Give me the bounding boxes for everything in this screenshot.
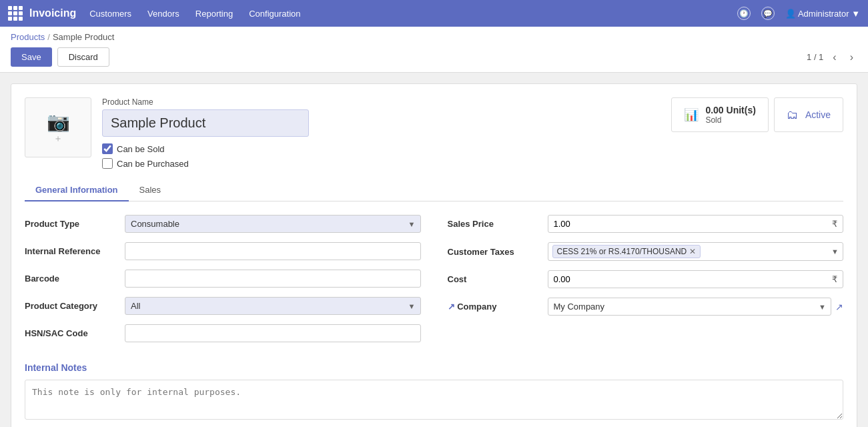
breadcrumb-separator: / — [47, 32, 50, 42]
pagination-prev[interactable]: ‹ — [829, 50, 840, 65]
cost-label: Cost — [448, 274, 541, 284]
grid-icon — [8, 6, 23, 21]
nav-customers[interactable]: Customers — [89, 6, 131, 21]
sales-price-input-wrapper: ₹ — [548, 215, 844, 233]
product-name-label: Product Name — [102, 97, 661, 107]
hsn-sac-row: HSN/SAC Code — [25, 324, 421, 342]
product-category-select[interactable]: All — [125, 297, 421, 315]
toolbar-pagination: 1 / 1 ‹ › — [807, 50, 857, 65]
can-be-purchased-checkbox[interactable]: Can be Purchased — [102, 158, 661, 169]
app-brand[interactable]: Invoicing — [8, 6, 76, 21]
units-sold-badge[interactable]: 📊 0.00 Unit(s) Sold — [671, 97, 768, 132]
tab-general-information[interactable]: General Information — [25, 179, 129, 201]
user-menu[interactable]: 👤 Administrator ▼ — [785, 9, 860, 19]
active-icon: 🗂 — [787, 108, 799, 122]
product-checkboxes: Can be Sold Can be Purchased — [102, 143, 661, 169]
hsn-sac-label: HSN/SAC Code — [25, 328, 118, 338]
internal-notes-section: Internal Notes — [25, 362, 843, 422]
discard-button[interactable]: Discard — [57, 47, 109, 67]
customer-taxes-row: Customer Taxes CESS 21% or RS.4170/THOUS… — [448, 242, 844, 261]
clock-icon[interactable]: 🕐 — [737, 7, 751, 20]
internal-reference-row: Internal Reference — [25, 242, 421, 260]
product-category-label: Product Category — [25, 301, 118, 311]
sales-price-label: Sales Price — [448, 219, 541, 229]
chart-icon: 📊 — [684, 107, 699, 122]
chat-icon[interactable]: 💬 — [761, 7, 775, 20]
hsn-sac-input[interactable] — [125, 324, 421, 342]
navbar-right: 🕐 💬 👤 Administrator ▼ — [737, 7, 860, 20]
sales-price-input[interactable] — [548, 216, 827, 232]
barcode-input[interactable] — [125, 270, 421, 288]
product-image[interactable]: 📷 ＋ — [25, 97, 91, 157]
customer-taxes-wrapper[interactable]: CESS 21% or RS.4170/THOUSAND ✕ ▼ — [548, 242, 844, 261]
sales-price-row: Sales Price ₹ — [448, 215, 844, 233]
internal-notes-title: Internal Notes — [25, 362, 843, 373]
breadcrumb-parent[interactable]: Products — [11, 32, 45, 42]
product-type-select[interactable]: Consumable Storable Product Service — [125, 215, 421, 233]
save-button[interactable]: Save — [11, 47, 52, 67]
product-type-label: Product Type — [25, 219, 118, 229]
tax-tag: CESS 21% or RS.4170/THOUSAND ✕ — [552, 245, 701, 258]
company-external-link-icon[interactable]: ↗ — [835, 302, 843, 312]
internal-reference-input[interactable] — [125, 242, 421, 260]
customer-taxes-label: Customer Taxes — [448, 247, 541, 257]
company-wrapper: My Company ▼ ↗ — [548, 298, 844, 316]
tax-tag-close[interactable]: ✕ — [689, 247, 696, 256]
nav-configuration[interactable]: Configuration — [249, 6, 300, 21]
main-content: 📷 ＋ Product Name Can be Sold Can be Purc… — [0, 73, 868, 427]
cost-currency: ₹ — [827, 274, 843, 284]
barcode-label: Barcode — [25, 274, 118, 284]
tab-sales[interactable]: Sales — [129, 179, 172, 201]
product-type-select-wrapper: Consumable Storable Product Service ▼ — [125, 215, 421, 233]
camera-icon: 📷 ＋ — [47, 111, 70, 145]
pagination-next[interactable]: › — [846, 50, 857, 65]
product-category-row: Product Category All ▼ — [25, 297, 421, 315]
navbar: Invoicing Customers Vendors Reporting Co… — [0, 0, 868, 27]
form-left-section: Product Type Consumable Storable Product… — [25, 215, 421, 342]
nav-vendors[interactable]: Vendors — [147, 6, 179, 21]
toolbar-area: Products / Sample Product Save Discard 1… — [0, 27, 868, 73]
cost-input[interactable] — [548, 271, 827, 288]
active-badge[interactable]: 🗂 Active — [774, 97, 843, 132]
barcode-row: Barcode — [25, 270, 421, 288]
company-external-link-icon[interactable]: ↗ — [448, 302, 455, 312]
company-label: ↗ Company — [448, 302, 541, 312]
product-header: 📷 ＋ Product Name Can be Sold Can be Purc… — [25, 97, 843, 169]
app-name: Invoicing — [29, 7, 76, 19]
taxes-dropdown-icon[interactable]: ▼ — [831, 248, 839, 256]
nav-reporting[interactable]: Reporting — [195, 6, 233, 21]
sales-price-currency: ₹ — [827, 219, 843, 229]
form-right-section: Sales Price ₹ Customer Taxes CESS 21% or… — [448, 215, 844, 342]
product-category-select-wrapper: All ▼ — [125, 297, 421, 315]
product-type-row: Product Type Consumable Storable Product… — [25, 215, 421, 233]
cost-input-wrapper: ₹ — [548, 270, 844, 288]
cost-row: Cost ₹ — [448, 270, 844, 288]
product-form: 📷 ＋ Product Name Can be Sold Can be Purc… — [11, 83, 857, 427]
company-select[interactable]: My Company — [548, 298, 832, 316]
internal-notes-textarea[interactable] — [25, 380, 843, 420]
form-grid: Product Type Consumable Storable Product… — [25, 215, 843, 342]
product-name-section: Product Name Can be Sold Can be Purchase… — [102, 97, 661, 169]
navbar-links: Customers Vendors Reporting Configuratio… — [89, 6, 724, 21]
company-select-wrap: My Company ▼ — [548, 298, 832, 316]
internal-reference-label: Internal Reference — [25, 246, 118, 256]
toolbar: Save Discard 1 / 1 ‹ › — [11, 47, 857, 67]
pagination-info: 1 / 1 — [807, 52, 823, 62]
breadcrumb: Products / Sample Product — [11, 32, 857, 42]
product-name-input[interactable] — [102, 109, 309, 137]
product-tabs: General Information Sales — [25, 179, 843, 201]
can-be-sold-checkbox[interactable]: Can be Sold — [102, 143, 661, 154]
company-row: ↗ Company My Company ▼ ↗ — [448, 298, 844, 316]
breadcrumb-current: Sample Product — [53, 32, 115, 42]
product-stats: 📊 0.00 Unit(s) Sold 🗂 Active — [671, 97, 843, 132]
toolbar-actions: Save Discard — [11, 47, 109, 67]
